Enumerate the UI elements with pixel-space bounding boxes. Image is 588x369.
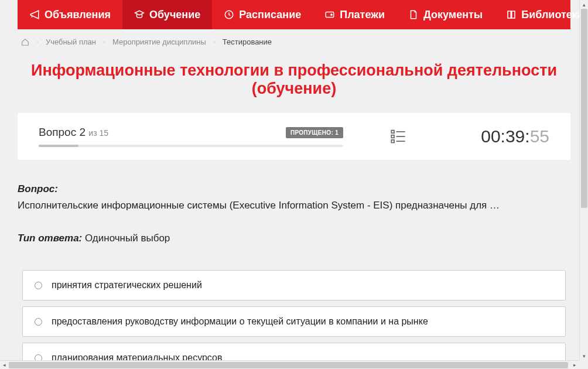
progress-fill [39,145,78,147]
chevron-right-icon [212,39,217,46]
nav-education[interactable]: Обучение [122,0,212,29]
answer-option[interactable]: принятия стратегических решений [22,270,566,300]
scroll-left-arrow-icon[interactable]: ◂ [0,361,9,369]
book-icon [506,9,517,20]
nav-label: Объявления [45,9,111,21]
svg-rect-7 [391,140,394,143]
breadcrumb-link-event[interactable]: Мероприятие дисциплины [112,37,206,46]
timer-main: 00:39: [481,127,529,146]
megaphone-icon [29,9,40,20]
nav-documents[interactable]: Документы [396,0,494,29]
question-status-bar: Вопрос 2 из 15 ПРОПУЩЕНО: 1 00:39:55 [18,113,570,160]
nav-label: Платежи [340,9,385,21]
answer-text: принятия стратегических решений [52,280,202,291]
home-icon[interactable] [21,38,29,46]
progress-bar [39,145,343,147]
graduation-icon [134,9,145,20]
svg-point-2 [331,14,332,15]
scrollbar-corner [579,360,588,369]
scroll-down-arrow-icon[interactable]: ▾ [580,351,588,360]
nav-library[interactable]: Библиотека [494,0,588,29]
nav-label: Документы [423,9,483,21]
skipped-badge: ПРОПУЩЕНО: 1 [286,127,343,138]
breadcrumb: Учебный план Мероприятие дисциплины Тест… [0,29,588,54]
nav-payments[interactable]: Платежи [313,0,396,29]
chevron-right-icon [102,39,107,46]
timer: 00:39:55 [481,127,549,146]
document-icon [408,9,419,20]
chevron-right-icon [35,39,40,46]
nav-schedule[interactable]: Расписание [212,0,313,29]
timer-seconds: 55 [530,127,549,146]
scroll-right-arrow-icon[interactable]: ▸ [570,361,579,369]
clock-icon [224,9,234,20]
nav-label: Расписание [239,9,301,21]
wallet-icon [324,9,335,20]
svg-rect-5 [391,135,394,138]
scroll-up-arrow-icon[interactable]: ▴ [580,0,588,9]
question-total: из 15 [88,128,108,138]
scroll-thumb[interactable] [581,9,587,208]
question-text: Исполнительские информационные системы (… [18,200,570,211]
question-list-icon[interactable] [390,128,406,145]
answer-type: Тип ответа: Одиночный выбор [18,233,570,244]
horizontal-scrollbar[interactable]: ◂ ▸ [0,360,588,369]
answer-option[interactable]: предоставления руководству информации о … [22,306,566,337]
answer-type-value: Одиночный выбор [85,233,170,244]
question-content: Вопрос: Исполнительские информационные с… [0,160,588,369]
breadcrumb-current: Тестирование [223,37,272,46]
question-heading: Вопрос: [18,183,570,195]
nav-label: Библиотека [521,9,583,21]
svg-rect-3 [391,131,394,134]
answer-text: предоставления руководству информации о … [52,316,428,327]
radio-icon [35,318,42,326]
vertical-scrollbar[interactable]: ▴ ▾ [579,0,588,360]
question-progress: Вопрос 2 из 15 ПРОПУЩЕНО: 1 [39,126,343,147]
nav-announcements[interactable]: Объявления [18,0,122,29]
answer-type-label: Тип ответа: [18,233,82,244]
nav-label: Обучение [149,9,200,21]
page-title: Информационные технологии в профессионал… [0,54,588,113]
answers-list: принятия стратегических решений предоста… [18,270,570,369]
breadcrumb-link-plan[interactable]: Учебный план [46,37,96,46]
scroll-thumb[interactable] [9,362,568,368]
radio-icon [35,282,42,289]
main-navbar: Объявления Обучение Расписание Платежи Д… [18,0,570,29]
question-number: Вопрос 2 [39,126,88,138]
